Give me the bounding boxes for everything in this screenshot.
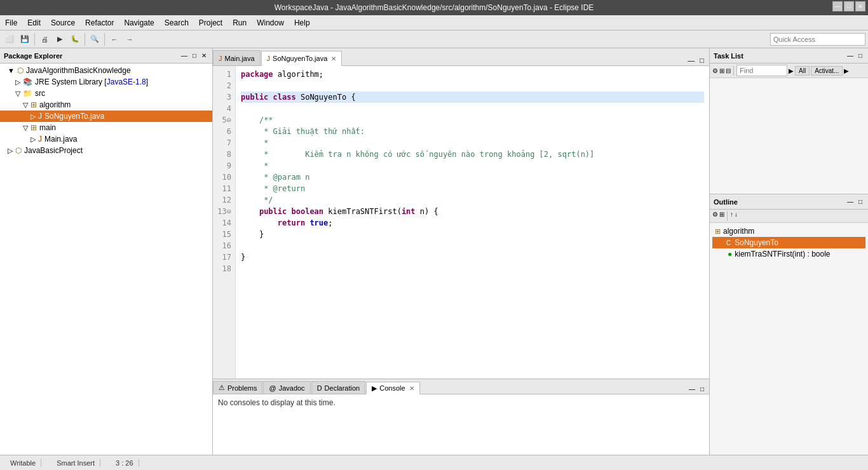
toolbar-new[interactable]: ⬜	[3, 32, 17, 46]
outline-toolbar-icon-3: ↑	[730, 211, 733, 221]
songuyento-tab-close[interactable]: ✕	[331, 55, 336, 62]
code-line-17: }	[241, 252, 704, 263]
ln-1: 1	[217, 69, 231, 80]
outline-class-icon: C	[725, 239, 732, 246]
menu-project[interactable]: Project	[194, 17, 227, 29]
tree-item-main-java[interactable]: ▷ J Main.java	[0, 133, 212, 145]
minimize-panel-button[interactable]: —	[179, 51, 189, 60]
tree-item-main-pkg[interactable]: ▽ ⊞ main	[0, 122, 212, 133]
menu-source[interactable]: Source	[46, 17, 80, 29]
outline-method-label: kiemTraSNTFirst(int) : boole	[735, 250, 830, 258]
task-list-title: Task List	[714, 52, 743, 60]
toolbar-forward[interactable]: →	[123, 32, 137, 46]
maximize-button[interactable]: □	[844, 1, 854, 11]
task-activate-button[interactable]: Activat...	[811, 66, 843, 76]
editor-minimize-icon[interactable]: —	[685, 55, 697, 65]
menu-navigate[interactable]: Navigate	[119, 17, 159, 29]
menu-refactor[interactable]: Refactor	[80, 17, 119, 29]
maximize-panel-button[interactable]: □	[191, 51, 198, 60]
ln-15: 15	[217, 229, 231, 240]
outline-item-class[interactable]: C SoNguyenTo	[712, 237, 865, 248]
ln-14: 14	[217, 217, 231, 229]
editor-tab-controls: — □	[685, 55, 709, 65]
tree-item-songuyento[interactable]: ▷ J SoNguyenTo.java	[0, 111, 212, 122]
tab-problems[interactable]: ⚠ Problems	[213, 381, 262, 394]
ln-5: 5⊖	[217, 114, 231, 126]
tab-javadoc[interactable]: @ Javadoc	[263, 381, 310, 394]
status-bar: Writable Smart Insert 3 : 26	[0, 455, 868, 470]
tree-item-jre[interactable]: ▷ 📚 JRE System Library [JavaSE-1.8]	[0, 76, 212, 88]
menu-window[interactable]: Window	[252, 17, 289, 29]
tab-main-java[interactable]: J Main.java	[213, 50, 261, 65]
ln-6: 6	[217, 126, 231, 137]
code-line-7: *	[241, 137, 704, 149]
project-label: JavaAlgorithmBasicKnowledge	[26, 66, 131, 75]
code-editor[interactable]: 1 2 3 4 5⊖ 6 7 8 9 10 11 12 13⊖ 14 15 16…	[213, 66, 709, 379]
ln-12: 12	[217, 194, 231, 206]
outline-package-icon: ⊞	[715, 227, 721, 236]
code-content[interactable]: package algorithm; public class SoNguyen…	[236, 66, 709, 379]
toolbar-back[interactable]: ←	[107, 32, 121, 46]
algorithm-pkg-icon: ⊞	[31, 100, 37, 109]
menu-file[interactable]: File	[0, 17, 22, 29]
console-tab-close[interactable]: ✕	[409, 385, 414, 392]
close-button[interactable]: ✕	[855, 1, 865, 11]
algorithm-expand-icon: ▽	[23, 101, 28, 109]
task-toolbar: ⚙ ⊞ ⊟ ▶ All Activat... ▶	[710, 64, 868, 78]
code-line-3: public class SoNguyenTo {	[241, 91, 704, 103]
toolbar-search[interactable]: 🔍	[88, 32, 102, 46]
window-title: WorkspaceJava - JavaAlgorithmBasicKnowle…	[275, 3, 594, 12]
jre-expand-icon: ▷	[15, 78, 20, 86]
toolbar-run[interactable]: ▶	[53, 32, 67, 46]
toolbar-debug[interactable]: 🐛	[68, 32, 82, 46]
tab-declaration[interactable]: D Declaration	[311, 381, 366, 394]
main-java-file-icon: J	[38, 135, 42, 144]
outline-maximize[interactable]: □	[857, 198, 864, 206]
tree-item-algorithm-pkg[interactable]: ▽ ⊞ algorithm	[0, 99, 212, 111]
menu-search[interactable]: Search	[159, 17, 194, 29]
code-line-6: * Giải thuật thứ nhất:	[241, 126, 704, 137]
code-line-12: */	[241, 194, 704, 206]
problems-tab-label: Problems	[227, 384, 257, 392]
jre-icon: 📚	[23, 77, 32, 86]
editor-maximize-icon[interactable]: □	[697, 55, 707, 65]
task-all-button[interactable]: All	[795, 66, 810, 76]
ln-3: 3	[217, 91, 231, 103]
task-list-minimize[interactable]: —	[845, 51, 855, 60]
outline-item-algorithm[interactable]: ⊞ algorithm	[712, 225, 865, 237]
outline-item-method[interactable]: ● kiemTraSNTFirst(int) : boole	[712, 248, 865, 260]
main-expand-icon: ▽	[23, 124, 28, 132]
quick-access-input[interactable]	[770, 33, 865, 46]
task-tag-arrow: ▶	[789, 67, 794, 74]
menu-run[interactable]: Run	[227, 17, 252, 29]
console-tab-label: Console	[379, 384, 405, 392]
close-panel-button[interactable]: ✕	[200, 51, 208, 60]
code-line-8: * Kiểm tra n không có ước số nguyên nào …	[241, 149, 704, 160]
jre-label: JRE System Library [JavaSE-1.8]	[35, 77, 148, 86]
tab-songuyento-java[interactable]: J SoNguyenTo.java ✕	[261, 51, 342, 66]
console-minimize-icon[interactable]: —	[686, 384, 698, 394]
status-smart-insert: Smart Insert	[51, 459, 100, 467]
right-panel: Task List — □ ⚙ ⊞ ⊟ ▶ All Activat... ▶	[709, 48, 868, 455]
menu-help[interactable]: Help	[289, 17, 315, 29]
outline-toolbar: ⚙ ⊞ ↑ ↓	[710, 210, 868, 223]
minimize-button[interactable]: —	[832, 1, 843, 11]
task-find-input[interactable]	[736, 65, 787, 76]
tab-console[interactable]: ▶ Console ✕	[366, 382, 419, 394]
declaration-tab-label: Declaration	[325, 384, 360, 392]
outline-minimize[interactable]: —	[845, 198, 855, 206]
code-line-9: *	[241, 160, 704, 171]
menu-edit[interactable]: Edit	[22, 17, 46, 29]
basicproject-expand-icon: ▷	[8, 147, 13, 155]
console-tab-icon: ▶	[372, 384, 377, 393]
toolbar-print[interactable]: 🖨	[37, 32, 51, 46]
tree-item-src[interactable]: ▽ 📁 src	[0, 88, 212, 99]
console-maximize-icon[interactable]: □	[698, 384, 707, 394]
tree-item-basicproject[interactable]: ▷ ⬡ JavaBasicProject	[0, 145, 212, 156]
task-list-maximize[interactable]: □	[857, 51, 864, 60]
console-content: No consoles to display at this time.	[213, 394, 709, 455]
tree-item-project[interactable]: ▼ ⬡ JavaAlgorithmBasicKnowledge	[0, 65, 212, 76]
menu-bar: File Edit Source Refactor Navigate Searc…	[0, 15, 868, 30]
ln-16: 16	[217, 240, 231, 252]
toolbar-save[interactable]: 💾	[18, 32, 32, 46]
